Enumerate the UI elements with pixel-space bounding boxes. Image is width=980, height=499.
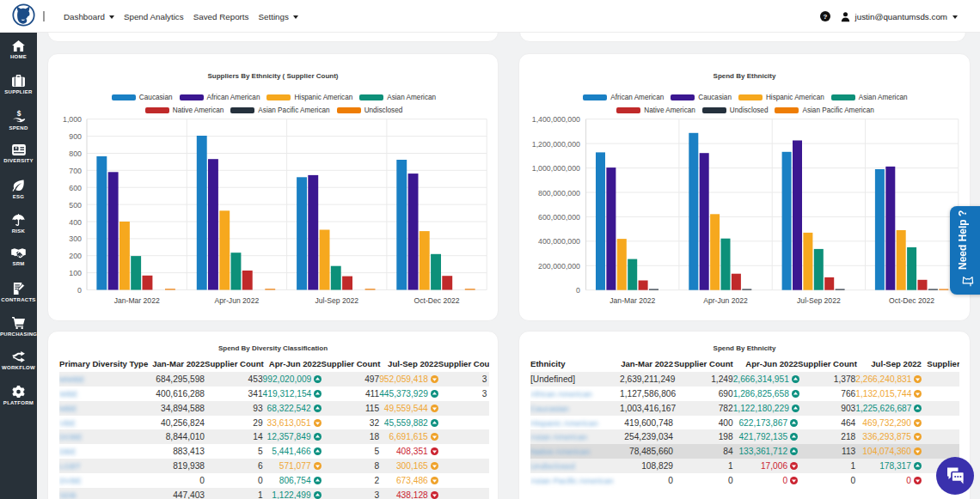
svg-text:800: 800 [69, 149, 82, 158]
svg-text:200: 200 [69, 252, 82, 260]
svg-text:1,000,000,000: 1,000,000,000 [532, 164, 580, 173]
svg-text:300: 300 [69, 234, 82, 243]
svg-text:800,000,000: 800,000,000 [538, 189, 580, 198]
svg-text:Jan-Mar 2022: Jan-Mar 2022 [114, 296, 160, 305]
svg-text:?: ? [823, 13, 827, 21]
svg-text:$: $ [16, 110, 21, 118]
svg-text:1,000: 1,000 [63, 115, 82, 124]
svg-text:0: 0 [576, 286, 580, 295]
svg-text:0: 0 [77, 286, 82, 295]
svg-text:600,000,000: 600,000,000 [538, 213, 580, 222]
svg-text:900: 900 [69, 132, 82, 141]
svg-text:Jul-Sep 2022: Jul-Sep 2022 [315, 296, 358, 305]
svg-text:400,000,000: 400,000,000 [538, 237, 580, 246]
svg-text:700: 700 [69, 167, 82, 175]
svg-text:100: 100 [69, 269, 82, 277]
svg-text:Oct-Dec 2022: Oct-Dec 2022 [889, 296, 934, 305]
svg-text:Jul-Sep 2022: Jul-Sep 2022 [797, 296, 841, 305]
svg-text:1,400,000,000: 1,400,000,000 [532, 115, 580, 124]
svg-text:200,000,000: 200,000,000 [538, 262, 580, 271]
svg-text:400: 400 [69, 218, 82, 227]
svg-text:Apr-Jun 2022: Apr-Jun 2022 [703, 296, 748, 305]
svg-text:Apr-Jun 2022: Apr-Jun 2022 [215, 296, 260, 305]
svg-text:600: 600 [69, 184, 82, 192]
svg-text:Oct-Dec 2022: Oct-Dec 2022 [414, 296, 460, 305]
svg-text:1,200,000,000: 1,200,000,000 [532, 140, 580, 149]
svg-text:500: 500 [69, 201, 82, 210]
svg-text:Jan-Mar 2022: Jan-Mar 2022 [609, 296, 655, 305]
